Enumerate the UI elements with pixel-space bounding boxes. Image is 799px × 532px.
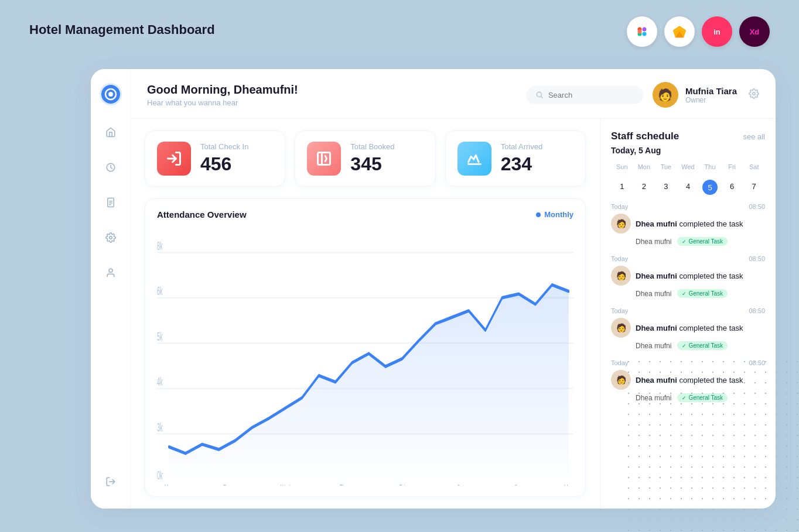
schedule-title: Staff schedule [611, 131, 679, 142]
user-role: Owner [685, 96, 737, 104]
cal-fri: Fri [721, 162, 743, 171]
arrived-label: Total Arrived [501, 142, 543, 151]
svg-text:Wed: Wed [281, 483, 291, 486]
cal-tue: Tue [655, 162, 677, 171]
activity-date-1: Today [611, 203, 628, 210]
clock-icon[interactable] [100, 157, 121, 178]
svg-point-16 [109, 269, 112, 272]
activity-meta-2: Today 08:50 [611, 255, 765, 262]
avatar: 🧑 [653, 82, 678, 108]
cal-day-3[interactable]: 3 [655, 180, 677, 195]
sidebar-logo [100, 83, 122, 105]
activity-avatar-2: 🧑 [611, 266, 631, 286]
settings-nav-icon[interactable] [100, 227, 121, 248]
activity-item-2: Today 08:50 🧑 Dhea mufni completed the t… [611, 255, 765, 298]
svg-text:Mon: Mon [564, 483, 573, 486]
attendance-chart-card: Attendance Overview Monthly [145, 198, 586, 497]
activity-item-4: Today 08:50 🧑 Dhea mufni completed the t… [611, 359, 765, 402]
user-icon[interactable] [100, 262, 121, 283]
activity-row-3: 🧑 Dhea mufni completed the task [611, 318, 765, 338]
svg-text:Thu: Thu [340, 483, 348, 486]
cal-sun: Sun [611, 162, 633, 171]
cal-wed: Wed [677, 162, 699, 171]
header-greeting: Good Morning, Dheamufni! Hear what you w… [147, 83, 517, 107]
xd-icon-btn[interactable]: Xd [739, 16, 770, 47]
sketch-icon-btn[interactable] [664, 16, 695, 47]
activity-badge-row-1: Dhea mufni ✓ General Task [611, 237, 765, 246]
chart-title: Attendance Overview [157, 210, 247, 219]
schedule-header: Staff schedule see all [611, 131, 765, 142]
activity-time-4: 08:50 [749, 359, 765, 366]
cal-day-6[interactable]: 6 [721, 180, 743, 195]
invision-icon-btn[interactable]: in [702, 16, 732, 47]
dashboard-card: Good Morning, Dheamufni! Hear what you w… [91, 69, 776, 509]
legend-label: Monthly [544, 210, 573, 219]
activity-text-4: Dhea mufni completed the task [636, 376, 743, 385]
svg-point-15 [109, 236, 112, 239]
stat-arrived: Total Arrived 234 [445, 131, 586, 187]
activity-text-1: Dhea mufni completed the task [636, 219, 743, 228]
cal-day-2[interactable]: 2 [633, 180, 655, 195]
arrived-value: 234 [501, 153, 543, 175]
figma-icon-btn[interactable] [627, 16, 657, 47]
header-user: 🧑 Mufnia Tiara Owner [653, 82, 759, 108]
svg-text:4k: 4k [157, 375, 163, 388]
cal-day-1[interactable]: 1 [611, 180, 633, 195]
svg-text:6k: 6k [157, 284, 163, 297]
activity-name-1: Dhea mufni [636, 238, 671, 246]
search-bar[interactable] [526, 86, 643, 104]
see-all-link[interactable]: see all [743, 132, 765, 141]
cal-day-7[interactable]: 7 [743, 180, 765, 195]
main-content: Good Morning, Dheamufni! Hear what you w… [131, 69, 776, 509]
search-icon [535, 91, 544, 99]
search-input[interactable] [548, 91, 630, 99]
svg-text:Sun: Sun [514, 483, 523, 486]
activity-meta-3: Today 08:50 [611, 307, 765, 314]
arrived-icon-box [457, 142, 491, 176]
cal-day-5-today[interactable]: 5 [702, 180, 718, 195]
svg-text:Fri: Fri [400, 483, 405, 486]
activity-item-3: Today 08:50 🧑 Dhea mufni completed the t… [611, 307, 765, 350]
chart-legend: Monthly [536, 210, 573, 219]
badge-task-1: ✓ General Task [677, 237, 728, 246]
chart-svg: 8k 6k 5k 4k 3k 0k [157, 226, 573, 486]
stat-checkin: Total Check In 456 [145, 131, 285, 187]
activity-name-4: Dhea mufni [636, 394, 671, 402]
header-settings-icon[interactable] [749, 88, 759, 102]
cal-mon: Mon [633, 162, 655, 171]
document-icon[interactable] [100, 192, 121, 213]
logout-icon[interactable] [105, 476, 116, 490]
activity-avatar-3: 🧑 [611, 318, 631, 338]
svg-text:3k: 3k [157, 421, 163, 434]
user-name: Mufnia Tiara [685, 86, 737, 96]
activity-time-1: 08:50 [749, 203, 765, 210]
badge-task-3: ✓ General Task [677, 341, 728, 350]
svg-text:0k: 0k [157, 469, 163, 482]
stat-arrived-info: Total Arrived 234 [501, 142, 543, 175]
left-panel: Total Check In 456 [131, 119, 600, 509]
activity-badge-row-3: Dhea mufni ✓ General Task [611, 341, 765, 350]
activity-name-2: Dhea mufni [636, 290, 671, 298]
stats-row: Total Check In 456 [145, 131, 586, 187]
svg-point-20 [753, 92, 756, 95]
booked-value: 345 [350, 153, 394, 175]
activity-row-4: 🧑 Dhea mufni completed the task [611, 370, 765, 390]
svg-point-1 [643, 28, 647, 32]
user-info: Mufnia Tiara Owner [685, 86, 737, 104]
svg-point-9 [108, 92, 113, 97]
sidebar [91, 69, 131, 509]
checkin-value: 456 [200, 153, 248, 175]
cal-day-4[interactable]: 4 [677, 180, 699, 195]
svg-line-19 [541, 97, 543, 98]
stat-checkin-info: Total Check In 456 [200, 142, 248, 175]
stat-booked-info: Total Booked 345 [350, 142, 394, 175]
activity-list: Today 08:50 🧑 Dhea mufni completed the t… [611, 203, 765, 402]
header: Good Morning, Dheamufni! Hear what you w… [131, 69, 776, 119]
svg-text:8k: 8k [157, 239, 163, 252]
activity-meta-4: Today 08:50 [611, 359, 765, 366]
cal-thu: Thu [699, 162, 721, 171]
chart-svg-wrapper: 8k 6k 5k 4k 3k 0k [157, 226, 573, 486]
activity-time-2: 08:50 [749, 255, 765, 262]
home-icon[interactable] [100, 122, 121, 143]
svg-text:Tue: Tue [223, 483, 231, 486]
